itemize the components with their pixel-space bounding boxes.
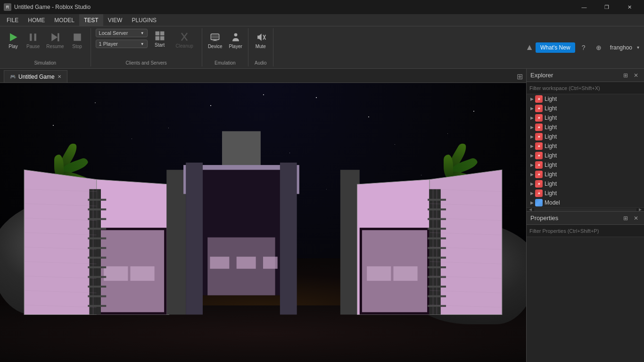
properties-search-input[interactable] [529, 228, 641, 234]
tree-expand-icon[interactable]: ▶ [528, 163, 535, 167]
menu-file[interactable]: FILE [2, 14, 23, 26]
maximize-button[interactable]: ❐ [596, 0, 618, 14]
menu-model[interactable]: MODEL [50, 14, 79, 26]
light-icon: ✦ [535, 114, 543, 122]
model-icon [535, 199, 543, 206]
list-item[interactable]: ▶ ✦ Light [527, 113, 644, 123]
tree-item-label: Light [545, 115, 557, 121]
tree-expand-icon[interactable]: ▶ [528, 172, 535, 177]
svg-rect-22 [166, 170, 186, 314]
menu-view[interactable]: VIEW [103, 14, 127, 26]
properties-close-button[interactable]: ✕ [632, 214, 640, 222]
minimize-button[interactable]: — [573, 0, 595, 14]
svg-rect-38 [88, 276, 106, 278]
scroll-right-arrow[interactable]: ▶ [636, 208, 644, 212]
svg-marker-3 [51, 33, 58, 41]
tree-expand-icon[interactable]: ▶ [528, 97, 535, 101]
svg-rect-48 [210, 257, 229, 269]
scroll-left-arrow[interactable]: ◀ [527, 208, 534, 212]
tree-item-label: Light [545, 105, 557, 112]
light-icon: ✦ [535, 105, 543, 112]
explorer-maximize-button[interactable]: ⊞ [621, 71, 630, 80]
help-button[interactable]: ? [577, 41, 590, 54]
list-item[interactable]: ▶ ✦ Light [527, 189, 644, 198]
explorer-horizontal-scrollbar[interactable]: ◀ ▶ [527, 207, 644, 211]
svg-rect-36 [88, 257, 106, 259]
svg-rect-32 [88, 218, 106, 220]
tree-expand-icon[interactable]: ▶ [528, 200, 535, 205]
svg-rect-2 [34, 33, 36, 41]
light-icon: ✦ [535, 161, 543, 169]
menu-home[interactable]: HOME [23, 14, 50, 26]
players-dropdown[interactable]: 1 Player ▼ [96, 40, 148, 48]
explorer-close-button[interactable]: ✕ [632, 71, 640, 80]
svg-rect-50 [263, 257, 278, 269]
start-button[interactable]: Start [150, 29, 169, 49]
toolbar: Play Pause Resume [0, 26, 644, 69]
svg-rect-67 [428, 257, 446, 259]
username-display[interactable]: franghoo [607, 43, 635, 52]
server-dropdown[interactable]: Local Server ▼ [96, 29, 148, 37]
up-arrow-icon[interactable]: ▲ [525, 42, 534, 52]
tree-expand-icon[interactable]: ▶ [528, 134, 535, 139]
tree-expand-icon[interactable]: ▶ [528, 181, 535, 186]
list-item[interactable]: ▶ ✦ Light [527, 170, 644, 179]
emulation-label: Emulation [202, 60, 248, 66]
tree-expand-icon[interactable]: ▶ [528, 125, 535, 130]
whats-new-button[interactable]: What's New [536, 42, 575, 53]
tree-expand-icon[interactable]: ▶ [528, 115, 535, 120]
light-icon: ✦ [535, 123, 543, 131]
tree-item-label: Light [545, 96, 557, 102]
list-item[interactable]: ▶ ✦ Light [527, 141, 644, 151]
svg-rect-34 [88, 238, 106, 239]
tree-item-label: Light [545, 152, 557, 159]
menu-plugins[interactable]: PLUGINS [127, 14, 161, 26]
svg-marker-20 [24, 170, 97, 314]
menu-test[interactable]: TEST [79, 14, 103, 26]
players-dropdown-arrow: ▼ [140, 42, 144, 46]
tree-expand-icon[interactable]: ▶ [528, 144, 535, 148]
tree-expand-icon[interactable]: ▶ [528, 191, 535, 196]
list-item[interactable]: ▶ ✦ Light [527, 132, 644, 141]
username-dropdown-arrow: ▾ [637, 45, 639, 50]
svg-rect-26 [130, 266, 154, 281]
light-icon: ✦ [535, 133, 543, 140]
svg-rect-35 [88, 247, 106, 249]
close-button[interactable]: ✕ [619, 0, 640, 14]
tab-untitled-game[interactable]: 🎮 Untitled Game ✕ [4, 70, 67, 82]
tree-item-label: Light [545, 171, 557, 178]
cleanup-button[interactable]: Cleanup [172, 29, 197, 50]
list-item[interactable]: ▶ ✦ Light [527, 123, 644, 132]
tree-expand-icon[interactable]: ▶ [528, 106, 535, 111]
list-item[interactable]: ▶ ✦ Light [527, 104, 644, 113]
tab-close-button[interactable]: ✕ [58, 74, 61, 79]
list-item[interactable]: ▶ Model [527, 198, 644, 207]
dropdowns-container: Local Server ▼ 1 Player ▼ [96, 29, 148, 49]
player-button[interactable]: Player [226, 30, 245, 50]
tree-expand-icon[interactable]: ▶ [528, 153, 535, 158]
play-button[interactable]: Play [4, 30, 23, 50]
properties-maximize-button[interactable]: ⊞ [621, 214, 630, 222]
svg-marker-17 [257, 33, 262, 41]
svg-rect-57 [393, 266, 417, 281]
resume-button[interactable]: Resume [43, 30, 66, 50]
3d-scene[interactable] [0, 83, 526, 362]
mute-button[interactable]: Mute [251, 30, 270, 50]
svg-rect-25 [104, 266, 128, 281]
maximize-viewport-button[interactable]: ⊞ [513, 70, 526, 82]
list-item[interactable]: ▶ ✦ Light [527, 179, 644, 189]
share-button[interactable]: ⊕ [592, 41, 605, 54]
app-icon: R [4, 3, 11, 11]
device-button[interactable]: Device [205, 30, 225, 50]
list-item[interactable]: ▶ ✦ Light [527, 94, 644, 104]
explorer-search-bar [527, 82, 644, 94]
properties-header: Properties ⊞ ✕ [527, 212, 644, 225]
list-item[interactable]: ▶ ✦ Light [527, 160, 644, 170]
pause-button[interactable]: Pause [24, 30, 42, 50]
tree-item-label: Light [545, 162, 557, 168]
stop-button[interactable]: Stop [68, 30, 87, 50]
explorer-search-input[interactable] [529, 85, 641, 91]
emulation-buttons: Device Player [205, 30, 245, 50]
list-item[interactable]: ▶ ✦ Light [527, 151, 644, 160]
svg-rect-13 [214, 40, 216, 41]
